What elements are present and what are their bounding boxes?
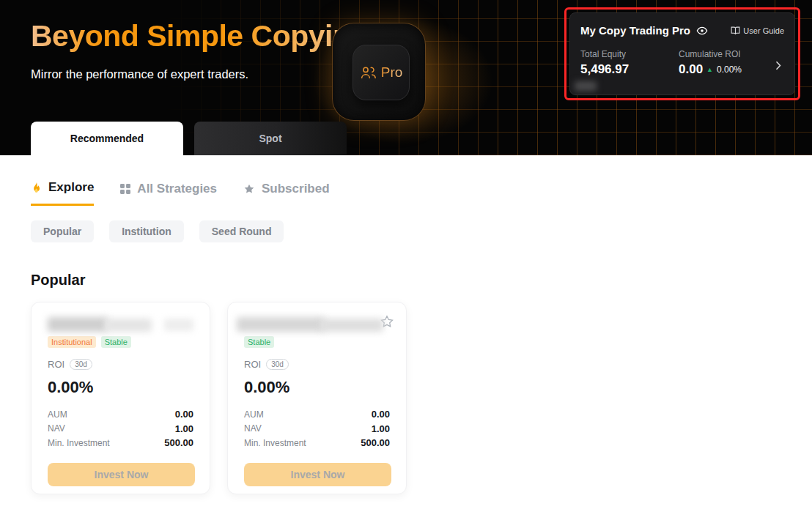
tag-row: Institutional Stable [48,336,193,348]
tab-recommended[interactable]: Recommended [31,122,183,155]
roi-label: ROI [48,359,64,370]
metric-value: 500.00 [164,437,193,448]
chevron-right-icon[interactable] [775,61,781,70]
blur-block [320,319,383,332]
tag-row: Stable [244,336,390,348]
chip-popular[interactable]: Popular [31,220,94,242]
metric-value: 1.00 [372,423,390,434]
section-title-popular: Popular [31,272,812,289]
page-subtitle: Mirror the performance of expert traders… [31,67,248,81]
roi-row: ROI 30d [48,359,193,370]
tab-subscribed[interactable]: Subscribed [243,180,330,206]
metric-row-min-investment: Min. Investment 500.00 [48,436,193,450]
star-icon [243,183,255,195]
account-summary-panel[interactable]: My Copy Trading Pro User Guide [569,12,795,95]
metric-value: 0.00 [372,409,390,420]
metric-row-nav: NAV 1.00 [244,422,390,436]
roi-value: 0.00% [244,378,390,397]
invest-now-button[interactable]: Invest Now [48,463,195,486]
roi-period-badge: 30d [266,359,289,370]
metric-label: NAV [244,423,262,434]
tab-all-strategies[interactable]: All Strategies [120,180,217,206]
tab-all-strategies-label: All Strategies [137,182,217,196]
tab-spot[interactable]: Spot [194,122,347,155]
metrics-list: AUM 0.00 NAV 1.00 Min. Investment 500.00 [244,407,390,450]
chip-seed-round[interactable]: Seed Round [199,220,284,242]
strategy-card-list: Institutional Stable ROI 30d 0.00% AUM 0… [31,302,812,494]
pro-logo-label: Pro [381,64,403,81]
metrics-list: AUM 0.00 NAV 1.00 Min. Investment 500.00 [48,407,193,450]
account-panel-title: My Copy Trading Pro [580,24,690,37]
roi-row: ROI 30d [244,359,390,370]
blur-block [237,317,325,332]
book-icon [731,26,740,35]
flame-icon [31,182,42,194]
redacted-strategy-name [244,317,390,333]
user-guide-link[interactable]: User Guide [731,26,784,35]
tag-stable: Stable [244,336,274,348]
people-icon [360,66,377,80]
tag-stable: Stable [101,336,131,348]
eye-icon[interactable] [696,26,708,35]
blur-block [105,319,152,332]
filter-chip-row: Popular Institution Seed Round [31,220,812,242]
metric-label: AUM [244,409,264,420]
metric-value: 1.00 [175,423,193,434]
cumulative-roi-value: 0.00 [679,62,703,77]
strategy-card[interactable]: Stable ROI 30d 0.00% AUM 0.00 NAV 1.00 [227,302,407,494]
cumulative-roi-delta: 0.00% [717,64,742,75]
content-area: Explore All Strategies [0,155,812,509]
invest-now-button[interactable]: Invest Now [244,463,391,486]
cumulative-roi-label: Cumulative ROI [679,49,742,59]
copy-trading-page: Beyond Simple Copying Mirror the perform… [0,0,812,509]
user-guide-label: User Guide [743,26,784,35]
chip-institution[interactable]: Institution [109,220,184,242]
pro-logo-tile: Pro [353,45,410,100]
metric-row-min-investment: Min. Investment 500.00 [244,436,390,450]
blur-block [48,317,108,332]
metric-value: 500.00 [361,437,390,448]
redacted-badge [575,81,597,91]
redacted-strategy-name [48,317,193,333]
tab-subscribed-label: Subscribed [262,182,330,196]
metric-label: AUM [48,409,67,420]
metric-row-nav: NAV 1.00 [48,422,193,436]
pro-app-logo: Pro [332,23,426,121]
metric-row-aum: AUM 0.00 [244,407,390,422]
metric-value: 0.00 [175,409,193,420]
total-equity-value: 5,496.97 [580,62,679,77]
roi-label: ROI [244,359,261,370]
total-equity-label: Total Equity [580,49,679,59]
hero-header: Beyond Simple Copying Mirror the perform… [0,0,812,155]
metric-label: Min. Investment [244,438,306,448]
tab-recommended-label: Recommended [70,133,144,144]
tag-institutional: Institutional [48,336,96,348]
metric-row-aum: AUM 0.00 [48,407,193,422]
metric-label: Min. Investment [48,438,110,448]
strategy-card[interactable]: Institutional Stable ROI 30d 0.00% AUM 0… [31,302,210,494]
page-title: Beyond Simple Copying [31,19,369,53]
up-triangle-icon: ▲ [706,66,713,73]
metric-label: NAV [48,423,65,434]
roi-value: 0.00% [48,378,193,397]
tab-spot-label: Spot [259,133,281,144]
tab-explore[interactable]: Explore [31,180,94,206]
tab-explore-label: Explore [48,180,94,195]
blur-block [164,319,193,331]
grid-icon [120,184,130,194]
roi-period-badge: 30d [70,359,92,370]
strategy-nav-tabs: Explore All Strategies [31,180,812,206]
